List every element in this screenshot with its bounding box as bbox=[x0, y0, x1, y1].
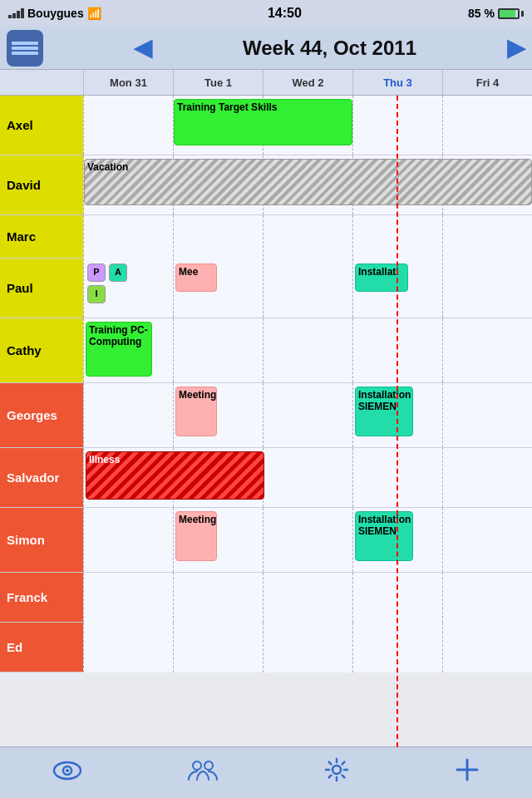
david-day-cells: Vacation bbox=[83, 155, 532, 214]
person-name-ed: Ed bbox=[0, 623, 83, 672]
marc-fri[interactable] bbox=[442, 215, 532, 265]
person-name-david: David bbox=[0, 155, 83, 214]
person-name-franck: Franck bbox=[0, 573, 83, 622]
georges-day-cells: Meeting Installation SIEMEN bbox=[83, 383, 532, 447]
person-name-paul: Paul bbox=[0, 259, 83, 318]
person-row-salvador: Salvador Illness bbox=[0, 448, 532, 508]
georges-thu[interactable]: Installation SIEMEN bbox=[352, 383, 442, 447]
person-row-georges: Georges Meeting Installation SIEMEN bbox=[0, 383, 532, 448]
ed-mon[interactable] bbox=[83, 623, 173, 672]
paul-wed[interactable] bbox=[263, 259, 352, 318]
paul-thu[interactable]: Installati bbox=[352, 259, 442, 318]
person-name-marc: Marc bbox=[0, 215, 83, 258]
person-row-paul: Paul P A I Mee bbox=[0, 259, 532, 318]
axel-tue[interactable]: Training Target Skills bbox=[173, 96, 263, 155]
marc-day-cells bbox=[83, 215, 532, 258]
ed-thu[interactable] bbox=[352, 623, 442, 672]
simon-mon[interactable] bbox=[83, 508, 173, 572]
tab-settings[interactable] bbox=[324, 757, 349, 788]
calendar-grid: Axel Training Target Skills David Vacati bbox=[0, 96, 532, 747]
franck-thu[interactable] bbox=[352, 573, 442, 623]
status-bar: Bouygues 📶 14:50 85 % bbox=[0, 0, 532, 27]
app-icon[interactable] bbox=[7, 30, 43, 66]
wifi-icon: 📶 bbox=[87, 7, 101, 20]
cathy-training-event[interactable]: Training PC-Computing bbox=[86, 322, 152, 377]
axel-fri[interactable] bbox=[442, 96, 532, 155]
simon-thu[interactable]: Installation SIEMEN bbox=[352, 508, 442, 572]
axel-thu[interactable] bbox=[352, 96, 442, 155]
person-row-simon: Simon Meeting Installation SIEMEN bbox=[0, 508, 532, 573]
paul-mon[interactable]: P A I bbox=[83, 259, 173, 318]
add-icon bbox=[455, 757, 480, 788]
person-row-axel: Axel Training Target Skills bbox=[0, 96, 532, 155]
cathy-wed[interactable] bbox=[263, 318, 352, 382]
cathy-tue[interactable] bbox=[173, 318, 263, 382]
tab-people[interactable] bbox=[187, 758, 219, 787]
paul-installation-event[interactable]: Installati bbox=[355, 264, 408, 292]
georges-installation-event[interactable]: Installation SIEMEN bbox=[355, 387, 413, 436]
georges-wed[interactable] bbox=[263, 383, 352, 447]
david-vacation-event[interactable]: Vacation bbox=[84, 159, 532, 205]
axel-mon[interactable] bbox=[83, 96, 173, 155]
carrier-label: Bouygues bbox=[27, 7, 84, 20]
georges-tue[interactable]: Meeting bbox=[173, 383, 263, 447]
marc-wed[interactable] bbox=[263, 215, 352, 265]
day-header-row: Mon 31 Tue 1 Wed 2 Thu 3 Fri 4 bbox=[0, 70, 532, 96]
day-header-tue: Tue 1 bbox=[173, 70, 263, 95]
paul-i-event[interactable]: I bbox=[87, 285, 106, 303]
tab-add[interactable] bbox=[455, 757, 480, 788]
paul-a-event[interactable]: A bbox=[109, 264, 127, 282]
georges-meeting-event[interactable]: Meeting bbox=[175, 387, 217, 436]
salvador-thu[interactable] bbox=[352, 448, 442, 507]
marc-thu[interactable] bbox=[352, 215, 442, 265]
ed-wed[interactable] bbox=[263, 623, 352, 672]
day-header-fri: Fri 4 bbox=[442, 70, 532, 95]
ed-day-cells bbox=[83, 623, 532, 672]
cathy-mon[interactable]: Training PC-Computing bbox=[83, 318, 173, 382]
paul-p-event[interactable]: P bbox=[87, 264, 106, 282]
salvador-mon[interactable]: Illness bbox=[83, 448, 173, 507]
simon-meeting-event[interactable]: Meeting bbox=[175, 511, 217, 561]
cathy-thu[interactable] bbox=[352, 318, 442, 382]
paul-tue[interactable]: Mee bbox=[173, 259, 263, 318]
simon-installation-event[interactable]: Installation SIEMEN bbox=[355, 511, 413, 561]
person-name-cathy: Cathy bbox=[0, 318, 83, 382]
franck-day-cells bbox=[83, 573, 532, 622]
axel-training-event[interactable]: Training Target Skills bbox=[174, 99, 352, 145]
simon-fri[interactable] bbox=[442, 508, 532, 572]
simon-tue[interactable]: Meeting bbox=[173, 508, 263, 572]
marc-tue[interactable] bbox=[173, 215, 263, 265]
franck-mon[interactable] bbox=[83, 573, 173, 623]
day-header-thu: Thu 3 bbox=[352, 70, 442, 95]
person-name-salvador: Salvador bbox=[0, 448, 83, 507]
simon-wed[interactable] bbox=[263, 508, 352, 572]
tab-bar bbox=[0, 746, 532, 798]
gear-icon bbox=[324, 757, 349, 788]
paul-meeting-event[interactable]: Mee bbox=[175, 264, 217, 292]
georges-mon[interactable] bbox=[83, 383, 173, 447]
signal-bars bbox=[8, 8, 24, 18]
status-right: 85 % bbox=[468, 7, 524, 20]
marc-mon[interactable] bbox=[83, 215, 173, 265]
prev-week-button[interactable]: ◀ bbox=[134, 37, 152, 60]
ed-fri[interactable] bbox=[442, 623, 532, 672]
franck-fri[interactable] bbox=[442, 573, 532, 623]
person-row-cathy: Cathy Training PC-Computing bbox=[0, 318, 532, 383]
salvador-illness-event[interactable]: Illness bbox=[86, 451, 264, 500]
georges-fri[interactable] bbox=[442, 383, 532, 447]
salvador-fri[interactable] bbox=[442, 448, 532, 507]
cathy-fri[interactable] bbox=[442, 318, 532, 382]
salvador-wed[interactable] bbox=[263, 448, 352, 507]
next-week-button[interactable]: ▶ bbox=[507, 37, 525, 60]
person-row-ed: Ed bbox=[0, 623, 532, 672]
tab-view[interactable] bbox=[53, 759, 81, 787]
paul-day-cells: P A I Mee Installati bbox=[83, 259, 532, 318]
salvador-day-cells: Illness bbox=[83, 448, 532, 507]
svg-point-2 bbox=[66, 769, 69, 772]
franck-wed[interactable] bbox=[263, 573, 352, 623]
david-mon[interactable]: Vacation bbox=[83, 155, 173, 214]
person-row-marc: Marc bbox=[0, 215, 532, 259]
paul-fri[interactable] bbox=[442, 259, 532, 318]
ed-tue[interactable] bbox=[173, 623, 263, 672]
franck-tue[interactable] bbox=[173, 573, 263, 623]
